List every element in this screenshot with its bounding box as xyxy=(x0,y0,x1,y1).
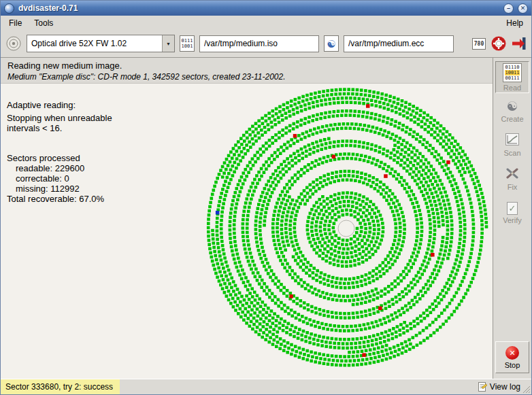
ecc-file-icon: ☯ xyxy=(324,35,339,52)
exit-arrow-icon xyxy=(512,37,527,50)
image-file-icon: 0111 1001 xyxy=(180,35,195,52)
menu-tools[interactable]: Tools xyxy=(28,17,59,29)
read-button-label: Read xyxy=(503,84,521,92)
help-button[interactable] xyxy=(491,36,506,51)
toolbar: Optical drive 52X FW 1.02 ▼ 0111 1001 ☯ … xyxy=(1,30,531,58)
ecc-file-input[interactable] xyxy=(344,35,454,52)
scan-button[interactable]: Scan xyxy=(495,129,529,161)
titlebar: dvdisaster-0.71 – ✕ xyxy=(1,1,531,16)
minimize-button[interactable]: – xyxy=(503,3,514,14)
menu-file[interactable]: File xyxy=(3,17,28,29)
stop-button[interactable]: ✕ Stop xyxy=(495,341,529,373)
stop-icon: ✕ xyxy=(505,346,519,360)
status-spacer xyxy=(120,379,478,394)
image-file-icon-bits-1: 0111 xyxy=(182,38,193,44)
window-title: dvdisaster-0.71 xyxy=(18,3,78,13)
total-recoverable: Total recoverable: 67.0% xyxy=(7,194,104,204)
verify-button[interactable]: ✓ Verify xyxy=(495,197,529,229)
drive-icon[interactable] xyxy=(5,35,22,52)
scan-button-label: Scan xyxy=(503,149,520,157)
ecc-file-icon-glyph: ☯ xyxy=(327,39,335,49)
log-page-icon xyxy=(478,382,487,392)
medium-description: Medium "Example disc": CD-R mode 1, 3425… xyxy=(7,72,486,82)
sectors-processed-title: Sectors processed xyxy=(7,153,104,163)
lifebelt-icon xyxy=(491,36,506,51)
create-button[interactable]: ☯ Create xyxy=(495,95,529,127)
create-button-label: Create xyxy=(501,115,523,123)
statusbar: Sector 333680, try 2: success View log xyxy=(1,379,531,394)
app-window: dvdisaster-0.71 – ✕ File Tools Help Opti… xyxy=(0,0,532,395)
sectors-missing: missing: 112992 xyxy=(7,184,104,194)
read-icon-row-2: 10011 xyxy=(505,70,519,75)
read-icon: 01110 10011 00111 xyxy=(503,63,521,82)
sectors-correctable: correctable: 0 xyxy=(7,173,104,184)
scan-chart-icon xyxy=(505,133,519,148)
fix-button-label: Fix xyxy=(508,183,518,191)
image-file-input[interactable] xyxy=(199,35,319,52)
close-button[interactable]: ✕ xyxy=(518,3,528,14)
operation-title: Reading new medium image. xyxy=(7,61,486,71)
read-icon-row-3: 00111 xyxy=(505,75,519,81)
sectors-readable: readable: 229600 xyxy=(7,163,104,173)
app-icon xyxy=(4,3,14,14)
fix-button[interactable]: Fix xyxy=(495,163,529,195)
preferences-icon: 780 xyxy=(472,38,486,50)
status-message: Sector 333680, try 2: success xyxy=(1,379,120,394)
fix-tools-icon xyxy=(505,167,519,182)
preferences-button[interactable]: 780 xyxy=(472,38,486,50)
verify-check-icon: ✓ xyxy=(507,202,518,215)
operation-header: Reading new medium image. Medium "Exampl… xyxy=(1,58,493,84)
action-sidebar: 01110 10011 00111 Read ☯ Create xyxy=(493,58,531,379)
adaptive-reading-title: Adaptive reading: xyxy=(7,100,112,110)
preferences-icon-digits: 780 xyxy=(474,41,484,47)
drive-selector[interactable]: Optical drive 52X FW 1.02 ▼ xyxy=(27,35,175,52)
read-button[interactable]: 01110 10011 00111 Read xyxy=(495,61,529,93)
create-icon: ☯ xyxy=(506,100,518,114)
sectors-info-block: Sectors processed readable: 229600 corre… xyxy=(7,153,104,204)
view-log-label: View log xyxy=(490,382,520,392)
content-column: Reading new medium image. Medium "Exampl… xyxy=(1,58,493,379)
image-file-icon-bits-2: 1001 xyxy=(182,44,193,49)
resize-grip[interactable] xyxy=(522,385,531,394)
menubar: File Tools Help xyxy=(1,16,531,30)
adaptive-info-block: Adaptive reading: Stopping when unreadab… xyxy=(7,100,112,133)
stopping-line-1: Stopping when unreadable xyxy=(7,113,112,123)
read-icon-row-1: 01110 xyxy=(505,65,519,70)
stopping-line-2: intervals < 16. xyxy=(7,123,112,133)
chevron-down-icon[interactable]: ▼ xyxy=(162,35,174,52)
verify-check-glyph: ✓ xyxy=(509,203,516,213)
quit-button[interactable] xyxy=(512,37,527,50)
drive-selector-value: Optical drive 52X FW 1.02 xyxy=(27,35,162,52)
verify-button-label: Verify xyxy=(503,216,522,224)
stop-button-label: Stop xyxy=(505,361,520,369)
main-row: Reading new medium image. Medium "Exampl… xyxy=(1,58,531,379)
toolbar-right-group: 780 xyxy=(472,36,527,51)
reading-canvas: Adaptive reading: Stopping when unreadab… xyxy=(1,84,493,379)
menu-help[interactable]: Help xyxy=(500,17,529,29)
